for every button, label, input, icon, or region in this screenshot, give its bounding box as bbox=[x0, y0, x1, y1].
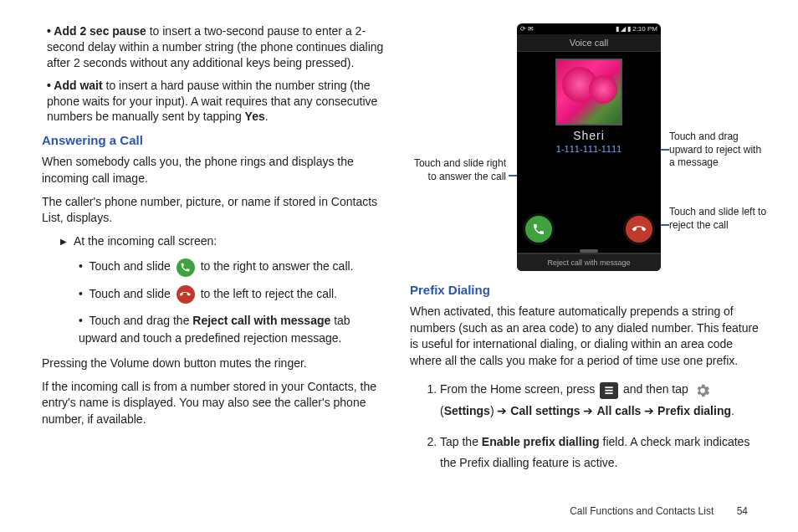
voice-call-title: Voice call bbox=[517, 34, 661, 52]
reject-icon bbox=[176, 285, 195, 304]
mute-ringer-text: Pressing the Volume down button mutes th… bbox=[42, 356, 385, 372]
prefix-dialing-heading: Prefix Dialing bbox=[410, 283, 765, 297]
page-number: 54 bbox=[737, 505, 748, 517]
reject-with-message-tab: Reject call with message bbox=[517, 253, 661, 271]
add-wait-label: Add wait bbox=[54, 79, 102, 92]
reject-button-icon bbox=[626, 216, 652, 243]
add-wait-text2: . bbox=[265, 110, 269, 123]
page-footer: Call Functions and Contacts List 54 bbox=[570, 505, 748, 517]
all-calls-label: All calls bbox=[596, 404, 641, 417]
prefix-step-1: From the Home screen, press and then tap… bbox=[440, 379, 765, 421]
prefix-steps: From the Home screen, press and then tap… bbox=[440, 379, 765, 473]
menu-icon bbox=[600, 382, 618, 399]
phone-illustration: Touch and slide right to answer the call… bbox=[410, 23, 761, 274]
prefix-p1: When activated, this feature automatical… bbox=[410, 304, 765, 369]
enable-prefix-label: Enable prefix dialling bbox=[482, 435, 600, 448]
answer-p1: When somebody calls you, the phone rings… bbox=[42, 154, 385, 187]
slide-right-text: to the right to answer the call. bbox=[201, 259, 354, 273]
drag-text1: Touch and drag the bbox=[90, 314, 193, 327]
step1-a: From the Home screen, press bbox=[440, 382, 598, 396]
reject-msg-bold: Reject call with message bbox=[192, 314, 330, 327]
contact-display-text: If the incoming call is from a number st… bbox=[42, 379, 385, 428]
caller-name: Sheri bbox=[517, 129, 661, 142]
step1-arr1: ) ➔ bbox=[490, 404, 510, 417]
yes-label: Yes bbox=[245, 110, 265, 123]
caller-photo bbox=[555, 59, 622, 125]
status-right: ▮ ◢ ▮ 2:10 PM bbox=[616, 25, 657, 33]
step1-arr3: ➔ bbox=[641, 404, 657, 417]
answer-icon bbox=[176, 258, 195, 277]
step1-dot: . bbox=[731, 404, 734, 417]
chapter-title: Call Functions and Contacts List bbox=[570, 505, 714, 517]
answering-call-heading: Answering a Call bbox=[42, 133, 385, 147]
answer-button-icon bbox=[525, 216, 552, 243]
slide-right-item: • Touch and slide to the right to answer… bbox=[79, 258, 385, 276]
settings-label: Settings bbox=[444, 404, 490, 417]
drag-reject-item: • Touch and drag the Reject call with me… bbox=[79, 312, 385, 347]
svg-rect-2 bbox=[605, 392, 612, 394]
call-buttons bbox=[517, 216, 661, 243]
status-left: ⟳ ✉ bbox=[520, 25, 534, 33]
step1-b: and then tap bbox=[623, 382, 692, 396]
phone-mock: ⟳ ✉ ▮ ◢ ▮ 2:10 PM Voice call Sheri 1-111… bbox=[517, 23, 661, 271]
caller-number: 1-111-111-1111 bbox=[517, 144, 661, 154]
call-settings-label: Call settings bbox=[510, 404, 580, 417]
left-column: Add 2 sec pause to insert a two-second p… bbox=[42, 23, 385, 483]
answer-p2: The caller's phone number, picture, or n… bbox=[42, 194, 385, 227]
touch-slide-text2: Touch and slide bbox=[90, 287, 171, 300]
incoming-screen-label: At the incoming call screen: bbox=[60, 233, 385, 250]
slide-left-item: • Touch and slide to the left to reject … bbox=[79, 285, 385, 304]
incoming-actions-list: • Touch and slide to the right to answer… bbox=[79, 258, 385, 347]
add-wait-item: Add wait to insert a hard pause within t… bbox=[47, 78, 385, 125]
pause-options-list: Add 2 sec pause to insert a two-second p… bbox=[47, 23, 385, 125]
prefix-step-2: Tap the Enable prefix dialling field. A … bbox=[440, 432, 765, 473]
step2-a: Tap the bbox=[440, 435, 482, 448]
callout-reject: Touch and slide left to reject the call bbox=[669, 206, 770, 232]
right-column: Touch and slide right to answer the call… bbox=[410, 23, 765, 483]
add-2-sec-pause-item: Add 2 sec pause to insert a two-second p… bbox=[47, 23, 385, 71]
touch-slide-text: Touch and slide bbox=[90, 259, 171, 273]
svg-rect-0 bbox=[605, 386, 612, 388]
gear-icon bbox=[693, 381, 712, 400]
status-bar: ⟳ ✉ ▮ ◢ ▮ 2:10 PM bbox=[517, 23, 661, 34]
step1-arr2: ➔ bbox=[581, 404, 597, 417]
callout-reject-msg: Touch and drag upward to reject with a m… bbox=[669, 130, 770, 170]
prefix-dialing-label: Prefix dialing bbox=[657, 404, 731, 417]
callout-answer: Touch and slide right to answer the call bbox=[410, 157, 506, 183]
svg-rect-1 bbox=[605, 390, 612, 391]
slide-left-text: to the left to reject the call. bbox=[201, 287, 337, 300]
page-body: Add 2 sec pause to insert a two-second p… bbox=[0, 0, 798, 492]
add-2-sec-pause-label: Add 2 sec pause bbox=[54, 24, 146, 38]
